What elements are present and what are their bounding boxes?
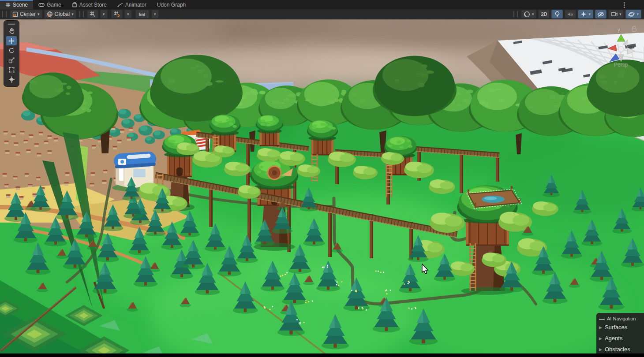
foldout-triangle-icon: ▶ bbox=[599, 347, 602, 352]
snap-increment-dropdown[interactable]: ▾ bbox=[151, 10, 159, 19]
editor-tab-bar: Scene Game Asset Store Animator Udon Gra… bbox=[0, 0, 644, 10]
ai-navigation-overlay: AI Navigation ▶ Surfaces ▶ Agents ▶ Obst… bbox=[596, 313, 644, 356]
speaker-muted-icon bbox=[567, 11, 574, 17]
foldout-triangle-icon: ▶ bbox=[599, 336, 602, 341]
tab-udon-graph-label: Udon Graph bbox=[157, 2, 186, 8]
shaded-sphere-icon bbox=[524, 11, 530, 18]
rotate-icon bbox=[8, 47, 15, 54]
scale-icon bbox=[8, 57, 15, 63]
tab-animator-label: Animator bbox=[125, 2, 146, 8]
view-hand-tool[interactable] bbox=[6, 26, 17, 36]
scene-orientation-gizmo[interactable]: y Persp bbox=[593, 21, 641, 70]
unity-editor-window: Scene Game Asset Store Animator Udon Gra… bbox=[0, 0, 644, 357]
pivot-mode-label: Center bbox=[20, 11, 36, 17]
window-bottom-edge bbox=[0, 353, 644, 357]
gizmo-overlay-handle[interactable] bbox=[595, 24, 603, 28]
eye-slash-icon bbox=[597, 11, 604, 17]
rect-tool[interactable] bbox=[6, 65, 17, 74]
handle-space-label: Global bbox=[55, 11, 70, 17]
gamepad-icon bbox=[38, 2, 45, 7]
2d-mode-button[interactable]: 2D bbox=[538, 10, 550, 19]
gizmos-dropdown[interactable]: ▾ bbox=[625, 10, 641, 19]
nav-overlay-handle[interactable] bbox=[599, 317, 605, 321]
tab-game-label: Game bbox=[47, 2, 61, 8]
transform-tool[interactable] bbox=[6, 75, 17, 84]
tools-overlay bbox=[4, 20, 19, 87]
tab-asset-store[interactable]: Asset Store bbox=[67, 0, 112, 9]
nav-foldout-agents[interactable]: ▶ Agents bbox=[596, 333, 644, 344]
nav-agents-label: Agents bbox=[605, 335, 622, 342]
draw-mode-dropdown[interactable]: ▾ bbox=[521, 10, 537, 19]
nav-obstacles-label: Obstacles bbox=[605, 346, 630, 353]
scene-toolbar: Center ▾ Global ▾ y ▾ ▾ ▾ ▾ 2D bbox=[0, 9, 644, 19]
toolbar-drag-handle[interactable] bbox=[79, 11, 84, 17]
snap-increment-icon bbox=[139, 11, 146, 17]
tab-scene-label: Scene bbox=[13, 2, 28, 8]
lock-icon[interactable] bbox=[632, 26, 636, 31]
grid-snap-icon bbox=[114, 11, 120, 17]
orbit-sphere-icon bbox=[628, 11, 635, 18]
caret-down-icon: ▾ bbox=[37, 12, 40, 16]
camera-icon bbox=[611, 11, 618, 17]
scene-lighting-button[interactable] bbox=[551, 10, 563, 19]
tab-game[interactable]: Game bbox=[33, 0, 67, 9]
scale-tool[interactable] bbox=[6, 56, 17, 65]
tools-overlay-handle[interactable] bbox=[5, 22, 18, 26]
tab-bar-menu-icon[interactable] bbox=[621, 1, 627, 8]
grid-axis-icon: y bbox=[90, 11, 96, 17]
foldout-triangle-icon: ▶ bbox=[599, 325, 602, 330]
scene-view-toggles: ▾ 2D ▾ ▾ ▾ bbox=[511, 10, 642, 19]
scene-effects-dropdown[interactable]: ▾ bbox=[578, 10, 593, 19]
scene-grid-icon bbox=[5, 2, 11, 7]
animator-icon bbox=[117, 2, 123, 7]
scene-camera-dropdown[interactable]: ▾ bbox=[608, 10, 624, 19]
shopping-bag-icon bbox=[72, 2, 77, 7]
svg-text:y: y bbox=[94, 14, 95, 17]
rotate-tool[interactable] bbox=[6, 46, 17, 55]
grid-visibility-button[interactable]: y bbox=[87, 10, 98, 19]
grid-visibility-dropdown[interactable]: ▾ bbox=[100, 10, 108, 19]
tab-animator[interactable]: Animator bbox=[112, 0, 152, 9]
snap-increment-button[interactable] bbox=[135, 10, 150, 19]
projection-mode-label[interactable]: Persp bbox=[614, 62, 628, 68]
grid-snap-button[interactable] bbox=[111, 10, 123, 19]
tab-scene[interactable]: Scene bbox=[0, 0, 33, 9]
tab-asset-store-label: Asset Store bbox=[79, 2, 107, 8]
move-icon bbox=[8, 37, 15, 45]
scene-audio-button[interactable] bbox=[565, 10, 576, 19]
scene-viewport[interactable] bbox=[0, 0, 644, 357]
toolbar-drag-handle[interactable] bbox=[2, 11, 7, 17]
transform-icon bbox=[8, 76, 15, 83]
lightbulb-icon bbox=[554, 11, 560, 17]
nav-foldout-surfaces[interactable]: ▶ Surfaces bbox=[596, 322, 644, 333]
grid-snap-dropdown[interactable]: ▾ bbox=[124, 10, 132, 19]
handle-space-dropdown[interactable]: Global ▾ bbox=[44, 10, 76, 19]
nav-overlay-title: AI Navigation bbox=[607, 316, 636, 321]
tab-udon-graph[interactable]: Udon Graph bbox=[152, 0, 191, 9]
scene-visibility-button[interactable] bbox=[595, 10, 607, 19]
caret-down-icon: ▾ bbox=[71, 12, 74, 16]
pivot-mode-dropdown[interactable]: Center ▾ bbox=[10, 10, 42, 19]
globe-icon bbox=[47, 11, 53, 17]
toolbar-drag-handle[interactable] bbox=[513, 11, 518, 17]
rect-tool-icon bbox=[8, 67, 15, 73]
move-tool[interactable] bbox=[6, 36, 17, 45]
pivot-icon bbox=[12, 11, 18, 17]
effects-star-icon bbox=[580, 11, 587, 17]
nav-surfaces-label: Surfaces bbox=[605, 324, 627, 331]
gizmo-y-axis-label[interactable]: y bbox=[618, 27, 620, 33]
hand-icon bbox=[8, 28, 15, 34]
